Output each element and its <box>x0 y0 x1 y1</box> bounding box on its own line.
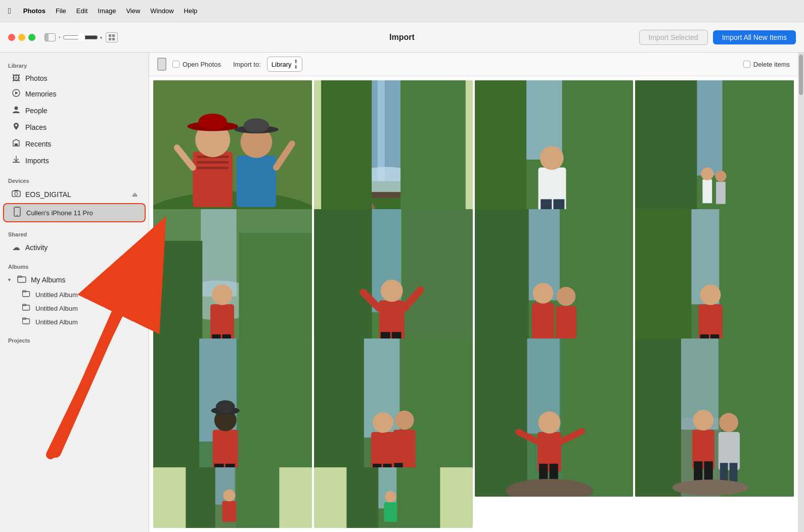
svg-point-125 <box>395 410 414 429</box>
toolbar-right: Import Selected Import All New Items <box>639 30 796 45</box>
menubar-photos[interactable]: Photos <box>23 7 46 15</box>
minimize-button[interactable] <box>18 34 25 41</box>
iphone-icon <box>12 207 22 219</box>
eos-icon <box>11 189 21 200</box>
svg-rect-57 <box>695 80 723 175</box>
sidebar-item-recents[interactable]: Recents <box>3 136 146 152</box>
svg-rect-91 <box>531 303 554 341</box>
svg-rect-62 <box>716 182 726 204</box>
import-selected-button[interactable]: Import Selected <box>639 30 708 45</box>
sidebar-item-places[interactable]: Places <box>3 119 146 135</box>
menubar-view[interactable]: View <box>126 7 140 15</box>
select-arrows-icon: ⬆⬇ <box>294 59 298 70</box>
sidebar-item-eos-digital[interactable]: EOS_DIGITAL ⏏ <box>3 186 146 203</box>
shared-section-header: Shared <box>0 227 149 239</box>
svg-rect-165 <box>384 502 397 522</box>
delete-items-checkbox[interactable] <box>743 61 750 68</box>
sidebar-item-photos[interactable]: 🖼 Photos <box>3 71 146 85</box>
import-to-select[interactable]: Library ⬆⬇ <box>267 57 302 72</box>
main-layout: Library 🖼 Photos Memories People Places <box>0 53 804 532</box>
svg-point-31 <box>198 114 227 129</box>
zoom-slider[interactable] <box>63 33 98 41</box>
svg-rect-158 <box>236 467 279 528</box>
menubar-help[interactable]: Help <box>184 7 198 15</box>
menubar-file[interactable]: File <box>56 7 66 15</box>
recents-icon <box>11 138 21 150</box>
zoom-min-icon: ▪ <box>59 34 61 40</box>
menubar-window[interactable]: Window <box>150 7 173 15</box>
svg-rect-144 <box>635 338 681 497</box>
toolbar-left: ▪ ▪ <box>8 32 118 42</box>
open-photos-label: Open Photos <box>183 61 221 68</box>
photos-icon: 🖼 <box>11 74 21 83</box>
svg-rect-157 <box>186 467 215 528</box>
sidebar-item-untitled-album-2[interactable]: Untitled Album <box>3 302 146 315</box>
sidebar-item-untitled-album-3[interactable]: Untitled Album <box>3 315 146 328</box>
svg-rect-132 <box>475 338 527 497</box>
svg-rect-133 <box>562 338 633 497</box>
triangle-icon: ▼ <box>7 277 12 282</box>
sidebar-item-people[interactable]: People <box>3 103 146 119</box>
albums-section-header: Albums <box>0 260 149 272</box>
album-1-icon <box>21 290 31 299</box>
sidebar-item-activity[interactable]: ☁ Activity <box>3 240 146 255</box>
zoom-max-icon: ▪ <box>100 33 103 41</box>
sidebar-item-my-albums[interactable]: ▼ My Albums <box>3 272 146 287</box>
sidebar-item-untitled-album-1[interactable]: Untitled Album <box>3 288 146 301</box>
sidebar-item-iphone[interactable]: Cullen's iPhone 11 Pro <box>3 203 146 222</box>
apple-menu[interactable]:  <box>8 7 11 16</box>
open-photos-container: Open Photos <box>172 61 221 68</box>
svg-rect-45 <box>321 80 372 224</box>
svg-point-72 <box>212 284 233 305</box>
svg-point-7 <box>15 124 17 126</box>
svg-point-94 <box>556 287 575 306</box>
import-all-button[interactable]: Import All New Items <box>713 30 796 44</box>
import-bar: Open Photos Import to: Library ⬆⬇ Delete… <box>149 53 798 76</box>
svg-rect-28 <box>197 167 229 169</box>
content-area: Open Photos Import to: Library ⬆⬇ Delete… <box>149 53 798 532</box>
import-to-label: Import to: <box>233 61 261 68</box>
devices-section-header: Devices <box>0 174 149 186</box>
album-3-icon <box>21 317 31 326</box>
svg-point-35 <box>244 118 269 132</box>
svg-point-135 <box>538 411 560 433</box>
sidebar-item-memories[interactable]: Memories <box>3 86 146 102</box>
svg-rect-13 <box>16 207 18 208</box>
menubar-edit[interactable]: Edit <box>76 7 87 15</box>
svg-point-81 <box>381 280 403 302</box>
svg-point-112 <box>216 400 235 413</box>
photo-cell-12[interactable] <box>635 338 794 497</box>
sidebar-toggle[interactable] <box>44 33 56 41</box>
svg-rect-27 <box>197 161 229 164</box>
svg-point-154 <box>673 479 749 495</box>
scrollbar-thumb[interactable] <box>799 55 803 95</box>
photo-cell-13[interactable] <box>153 467 312 528</box>
svg-point-147 <box>693 410 714 430</box>
toolbar-title: Import <box>389 33 415 42</box>
close-button[interactable] <box>8 34 15 41</box>
svg-rect-163 <box>346 467 378 528</box>
menubar-image[interactable]: Image <box>98 7 116 15</box>
svg-rect-1 <box>112 34 115 37</box>
sidebar-item-imports[interactable]: Imports <box>3 153 146 169</box>
people-icon <box>11 105 21 116</box>
open-photos-checkbox[interactable] <box>172 61 180 68</box>
svg-point-92 <box>532 283 553 304</box>
photo-cell-11[interactable] <box>475 338 634 497</box>
projects-section-header: Projects <box>0 333 149 346</box>
maximize-button[interactable] <box>28 34 35 41</box>
places-icon <box>11 122 21 133</box>
svg-rect-2 <box>109 38 111 40</box>
library-section-header: Library <box>0 59 149 71</box>
svg-rect-39 <box>372 80 400 181</box>
photo-cell-14[interactable] <box>314 467 473 528</box>
sidebar: Library 🖼 Photos Memories People Places <box>0 53 149 532</box>
eject-icon[interactable]: ⏏ <box>132 191 138 198</box>
svg-rect-159 <box>222 501 237 522</box>
svg-point-14 <box>17 215 18 216</box>
svg-rect-25 <box>193 152 232 207</box>
svg-rect-9 <box>12 191 20 197</box>
activity-icon: ☁ <box>11 243 21 252</box>
grid-view-icon[interactable] <box>106 32 118 42</box>
scrollbar-track[interactable] <box>798 53 804 532</box>
